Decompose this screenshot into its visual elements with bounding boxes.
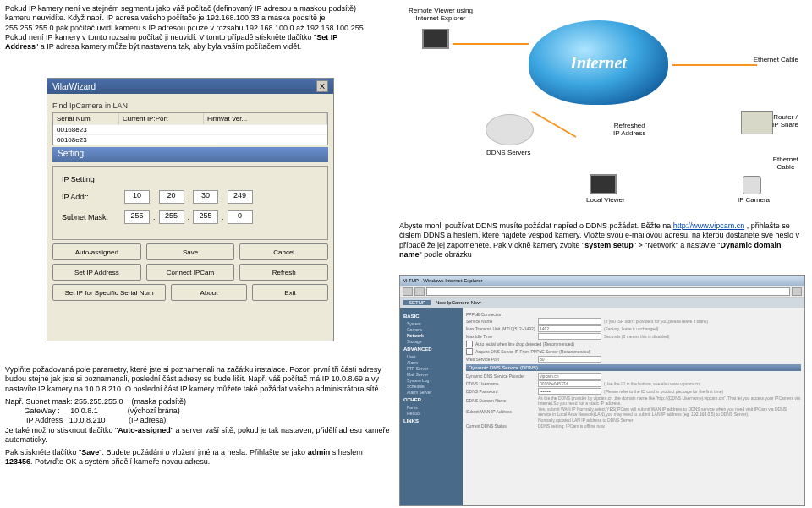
remote-viewer-label: Remote Viewer using Internet Explorer <box>409 7 473 22</box>
save-button[interactable]: Save <box>146 243 235 260</box>
sidebar-advanced: ADVANCED <box>403 347 459 352</box>
ddns-pass-input[interactable]: •••••••• <box>538 388 601 395</box>
provider-select[interactable]: vipcam.cn <box>538 373 601 380</box>
sidebar-links: LINKS <box>403 418 459 423</box>
setting-tab[interactable]: Setting <box>52 147 328 162</box>
ipcamera-label: IP Camera <box>738 196 770 204</box>
ddns-pass-label: DDNS Password <box>466 389 535 394</box>
ethernet2-label: Ethernet Cable <box>773 156 798 171</box>
ddns-status-label: Current DDNS Status <box>466 423 535 429</box>
ddns-domain-label: DDNS Domain Name <box>466 398 535 403</box>
ethernet-label: Ethernet Cable <box>754 56 798 63</box>
ie-titlebar: M-TUP - Windows Internet Explorer <box>400 276 804 286</box>
sidebar-basic: BASIC <box>403 314 459 319</box>
wizard-title-text: VilarWizard <box>52 82 96 91</box>
go-icon[interactable] <box>792 287 802 296</box>
ddns-user-input[interactable]: 00168e04537d <box>538 380 601 387</box>
ie-main-panel: PPPoE Connection Service Name(If you ISP… <box>463 308 804 505</box>
idle-input[interactable] <box>538 333 601 340</box>
bottom-instructions: Vyplňte požadovaná pole parametry, které… <box>5 365 390 471</box>
set-ip-specific-button[interactable]: Set IP for Specific Serial Num <box>52 284 166 301</box>
col-sn: Serial Num <box>53 113 119 124</box>
pppoe-conn-label: PPPoE Connection <box>466 312 535 317</box>
ie-sidebar: BASIC System Camera Network Storage ADVA… <box>400 308 463 505</box>
ddns-user-label: DDNS Username <box>466 381 535 386</box>
wizard-window: VilarWizard X Find IpCamera in LAN Seria… <box>47 78 334 341</box>
remote-pc-icon <box>422 29 449 49</box>
ipcamera-nav[interactable]: New IpCamera New <box>436 300 481 305</box>
mtu-label: Max Transmit Unit (MTU)(512~1492) <box>466 326 535 331</box>
sidebar-item-ftp[interactable]: FTP Server <box>403 366 459 371</box>
internet-globe-icon: Internet <box>529 20 668 105</box>
wsp-input[interactable]: 80 <box>538 356 601 363</box>
wsp-label: Web Service Port <box>466 357 535 362</box>
about-button[interactable]: About <box>171 284 247 301</box>
mask-label: Subnet Mask: <box>62 213 121 221</box>
vipcam-link[interactable]: http://www.vipcam.cn <box>673 221 745 230</box>
back-icon[interactable] <box>403 287 413 296</box>
ip-setting-group: IP Setting IP Addr: 10. 20. 30. 249 Subn… <box>52 166 328 240</box>
local-viewer-label: Local Viewer <box>586 196 625 204</box>
sidebar-item-user[interactable]: User <box>403 354 459 359</box>
sidebar-item-schedule[interactable]: Schedule <box>403 384 459 389</box>
router-icon <box>741 111 773 134</box>
col-ip: Current IP:Port <box>119 113 204 124</box>
ddns-cloud-icon <box>486 115 533 145</box>
mask-octet-2[interactable]: 255 <box>159 210 184 224</box>
ip-addr-label: IP Addr: <box>62 193 121 201</box>
ie-toolbar <box>400 286 804 298</box>
table-row[interactable]: 00168e23 <box>53 124 327 134</box>
network-diagram: Remote Viewer using Internet Explorer In… <box>402 5 804 204</box>
ip-setting-title: IP Setting <box>62 175 319 183</box>
sidebar-item-storage[interactable]: Storage <box>403 339 459 344</box>
auto-redial-checkbox[interactable] <box>466 341 473 347</box>
acquire-dns-checkbox[interactable] <box>466 348 473 355</box>
ip-octet-3[interactable]: 30 <box>193 190 218 204</box>
sidebar-item-system[interactable]: System <box>403 321 459 326</box>
intro-paragraph: Pokud IP kamery není ve stejném segmentu… <box>5 4 369 52</box>
sidebar-item-mail[interactable]: Mail Server <box>403 372 459 377</box>
svc-name-input[interactable] <box>538 318 601 325</box>
sidebar-item-alarmserver[interactable]: Alarm Server <box>403 390 459 395</box>
submit-wan-label: Submit WAN IP Address <box>466 409 535 414</box>
table-row[interactable]: 00168e23 <box>53 134 327 145</box>
set-ip-button[interactable]: Set IP Address <box>52 264 141 281</box>
sidebar-item-reboot[interactable]: Reboot <box>403 411 459 416</box>
ip-octet-2[interactable]: 20 <box>159 190 184 204</box>
local-pc-icon <box>590 174 617 194</box>
forward-icon[interactable] <box>414 287 425 296</box>
sidebar-item-alarm[interactable]: Alarm <box>403 360 459 365</box>
refresh-button[interactable]: Refresh <box>239 264 328 281</box>
ddns-label: DDNS Servers <box>486 149 530 156</box>
ip-octet-4[interactable]: 249 <box>228 190 253 204</box>
mtu-input[interactable]: 1492 <box>538 325 601 332</box>
refreshed-ip-label: Refreshed IP Address <box>613 122 646 137</box>
find-label: Find IpCamera in LAN <box>52 101 328 110</box>
cancel-button[interactable]: Cancel <box>239 243 328 260</box>
mask-octet-3[interactable]: 255 <box>193 210 218 224</box>
close-icon[interactable]: X <box>316 80 328 92</box>
mask-octet-4[interactable]: 0 <box>228 210 253 224</box>
router-label: Router / IP Share <box>772 113 798 128</box>
auto-assigned-button[interactable]: Auto-assigned <box>52 243 141 260</box>
ipcamera-icon <box>743 176 761 194</box>
ie-browser-window: M-TUP - Windows Internet Explorer SETUP … <box>399 275 805 506</box>
sidebar-item-camera[interactable]: Camera <box>403 327 459 332</box>
ddns-section-header: Dynamic DNS Service (DDNS) <box>466 364 801 371</box>
provider-label: Dynamic DNS Service Provider <box>466 374 535 379</box>
connect-button[interactable]: Connect IPCam <box>146 264 235 281</box>
ip-octet-1[interactable]: 10 <box>124 190 150 204</box>
setup-tab[interactable]: SETUP <box>403 300 431 305</box>
wizard-titlebar: VilarWizard X <box>47 79 333 94</box>
sidebar-item-network[interactable]: Network <box>403 333 459 338</box>
address-bar[interactable] <box>426 287 790 296</box>
sidebar-item-syslog[interactable]: System Log <box>403 378 459 383</box>
sidebar-item-parks[interactable]: Parks <box>403 405 459 410</box>
exit-button[interactable]: Exit <box>252 284 328 301</box>
device-table: Serial Num Current IP:Port Firmvat Ver..… <box>52 112 328 145</box>
svc-name-label: Service Name <box>466 319 535 324</box>
ddns-paragraph: Abyste mohli používat DDNS musíte požáda… <box>399 221 805 259</box>
col-fw: Firmvat Ver... <box>204 113 327 124</box>
idle-label: Max Idle Time <box>466 334 535 339</box>
mask-octet-1[interactable]: 255 <box>124 210 150 224</box>
